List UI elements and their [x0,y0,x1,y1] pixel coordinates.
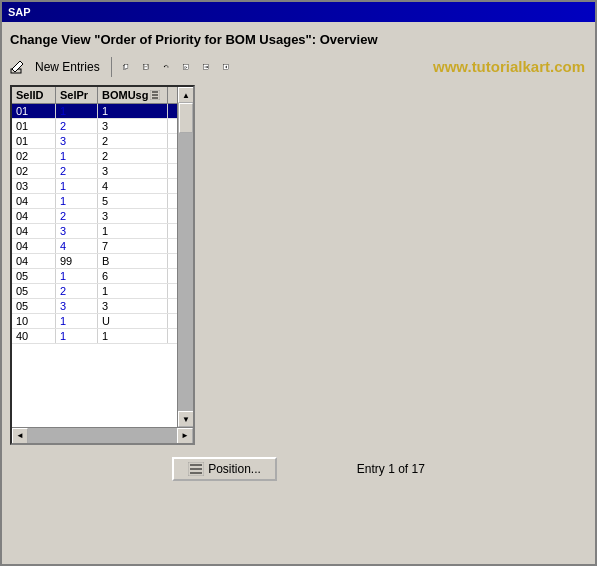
svg-rect-4 [124,64,127,68]
cell-bomusg: 3 [98,299,168,313]
main-window: SAP Change View "Order of Priority for B… [0,0,597,566]
cell-bomusg: U [98,314,168,328]
new-entries-button[interactable]: New Entries [30,57,105,77]
position-button[interactable]: Position... [172,457,277,481]
table-row[interactable]: 0423 [12,209,177,224]
table-row[interactable]: 0314 [12,179,177,194]
cell-selid: 02 [12,149,56,163]
watermark-text: www.tutorialkart.com [433,58,585,75]
table-row[interactable]: 0415 [12,194,177,209]
table-row[interactable]: 101U [12,314,177,329]
cell-selpr: 4 [56,239,98,253]
cell-selid: 01 [12,104,56,118]
page-title: Change View "Order of Priority for BOM U… [10,28,587,49]
table-row[interactable]: 0533 [12,299,177,314]
cell-selpr: 1 [56,149,98,163]
entry-info: Entry 1 of 17 [357,462,425,476]
scroll-thumb[interactable] [179,103,193,133]
cell-bomusg: 1 [98,284,168,298]
scroll-up-btn[interactable]: ▲ [178,87,193,103]
col-header-selid: SelID [12,87,56,103]
svg-rect-7 [144,67,148,69]
cell-bomusg: 1 [98,329,168,343]
cell-selpr: 1 [56,194,98,208]
cell-bomusg: 2 [98,149,168,163]
table-row[interactable]: 0111 [12,104,177,119]
position-btn-label: Position... [208,462,261,476]
main-content: Change View "Order of Priority for BOM U… [2,22,595,564]
cell-selpr: 1 [56,329,98,343]
cell-bomusg: 3 [98,164,168,178]
cell-selid: 04 [12,254,56,268]
new-entries-label: New Entries [35,60,100,74]
cell-selpr: 2 [56,209,98,223]
transport-button[interactable] [198,59,214,75]
cell-selid: 04 [12,194,56,208]
table-row[interactable]: 0521 [12,284,177,299]
cell-selid: 01 [12,119,56,133]
toolbar-separator-1 [111,57,112,77]
cell-selpr: 3 [56,299,98,313]
table-row[interactable]: 0516 [12,269,177,284]
table-row[interactable]: 0132 [12,134,177,149]
cell-bomusg: 2 [98,134,168,148]
refresh-button[interactable]: ⟳ [178,59,194,75]
svg-rect-6 [144,64,147,66]
table-row[interactable]: 0431 [12,224,177,239]
table-row[interactable]: 0223 [12,164,177,179]
table-row[interactable]: 4011 [12,329,177,344]
cell-selid: 05 [12,299,56,313]
col-header-selpr: SelPr [56,87,98,103]
cell-bomusg: 3 [98,119,168,133]
cell-selpr: 2 [56,284,98,298]
save-button[interactable] [138,59,154,75]
cell-selid: 05 [12,284,56,298]
data-table: SelID SelPr BOMUsg [10,85,195,445]
scroll-track [178,103,193,411]
cell-selpr: 99 [56,254,98,268]
column-sort-icon[interactable] [150,90,160,100]
horizontal-scrollbar[interactable]: ◄ ► [12,427,193,443]
cell-selid: 04 [12,239,56,253]
copy-button[interactable] [118,59,134,75]
cell-selpr: 3 [56,224,98,238]
cell-bomusg: 1 [98,104,168,118]
cell-selid: 04 [12,224,56,238]
cell-selid: 05 [12,269,56,283]
cell-selpr: 1 [56,269,98,283]
scroll-down-btn[interactable]: ▼ [178,411,193,427]
title-bar-label: SAP [8,6,31,18]
cell-selid: 40 [12,329,56,343]
table-row[interactable]: 0123 [12,119,177,134]
cell-bomusg: 1 [98,224,168,238]
table-row[interactable]: 0499B [12,254,177,269]
bottom-bar: Position... Entry 1 of 17 [10,449,587,489]
vertical-scrollbar[interactable]: ▲ ▼ [177,87,193,427]
col-header-bomusg: BOMUsg [98,87,168,103]
cell-selid: 02 [12,164,56,178]
table-row[interactable]: 0447 [12,239,177,254]
cell-bomusg: 6 [98,269,168,283]
cell-selid: 03 [12,179,56,193]
new-entries-icon [10,59,26,75]
undo-button[interactable] [158,59,174,75]
cell-selpr: 2 [56,119,98,133]
title-bar: SAP [2,2,595,22]
cell-selpr: 2 [56,164,98,178]
cell-selpr: 1 [56,314,98,328]
table-row[interactable]: 0212 [12,149,177,164]
cell-bomusg: 7 [98,239,168,253]
table-header: SelID SelPr BOMUsg [12,87,177,104]
scroll-right-btn[interactable]: ► [177,428,193,444]
cell-selid: 10 [12,314,56,328]
cell-selpr: 1 [56,104,98,118]
hscroll-track [28,428,177,444]
scroll-left-btn[interactable]: ◄ [12,428,28,444]
cell-selid: 01 [12,134,56,148]
prev-button[interactable] [218,59,234,75]
cell-selpr: 1 [56,179,98,193]
cell-selpr: 3 [56,134,98,148]
cell-bomusg: 3 [98,209,168,223]
cell-bomusg: 4 [98,179,168,193]
cell-selid: 04 [12,209,56,223]
